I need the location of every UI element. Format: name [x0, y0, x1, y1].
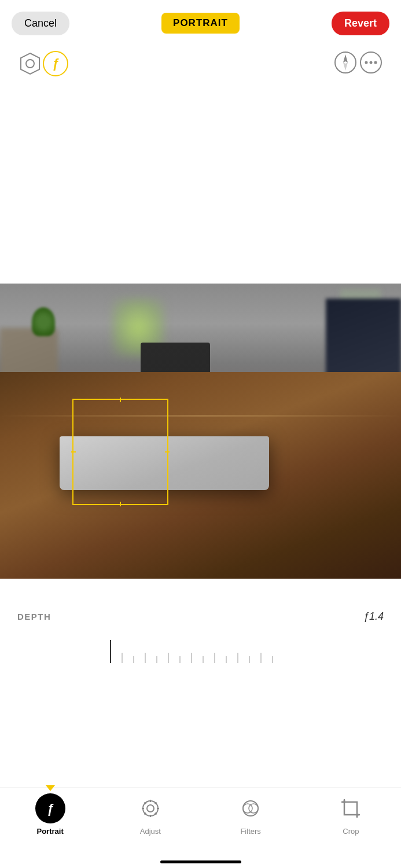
tick-2 — [133, 656, 134, 663]
tab-crop[interactable]: Crop — [336, 793, 366, 836]
tick-active — [110, 640, 111, 663]
tab-adjust-label: Adjust — [140, 827, 161, 836]
svg-point-8 — [374, 61, 377, 64]
svg-marker-4 — [343, 62, 348, 71]
depth-label: DEPTH — [17, 612, 51, 621]
tick-1 — [122, 653, 123, 663]
depth-area: DEPTH ƒ1.4 — [0, 593, 401, 755]
tick-6 — [179, 656, 181, 663]
crop-icon — [341, 799, 360, 818]
focus-box[interactable] — [72, 399, 168, 505]
tab-portrait-icon-wrap: ƒ — [35, 793, 65, 823]
svg-point-20 — [243, 801, 258, 816]
svg-point-6 — [365, 61, 368, 64]
tab-portrait[interactable]: ƒ Portrait — [35, 793, 65, 836]
tick-11 — [237, 653, 238, 663]
portrait-icon: ƒ — [42, 800, 58, 816]
f-portrait-icon[interactable]: ƒ — [43, 51, 68, 76]
tab-filters[interactable]: Filters — [236, 793, 266, 836]
tick-7 — [191, 653, 192, 663]
tab-filters-label: Filters — [240, 827, 260, 836]
svg-marker-3 — [343, 54, 348, 62]
tab-crop-icon-wrap — [336, 793, 366, 823]
svg-point-1 — [26, 60, 34, 68]
svg-marker-0 — [21, 53, 39, 74]
more-options-icon[interactable] — [358, 50, 384, 78]
photo-area — [0, 284, 401, 579]
bg-plant — [32, 307, 55, 336]
focus-box-left-handle — [71, 451, 76, 453]
photo-scene — [0, 284, 401, 579]
filters-icon — [241, 799, 260, 818]
tick-4 — [156, 656, 157, 663]
f-symbol: ƒ — [52, 56, 59, 71]
adjust-icon — [141, 799, 160, 818]
tick-10 — [226, 656, 227, 663]
tab-filters-icon-wrap — [236, 793, 266, 823]
tick-9 — [214, 653, 215, 663]
tick-12 — [249, 656, 250, 663]
svg-point-7 — [370, 61, 373, 64]
tick-3 — [145, 653, 146, 663]
svg-point-21 — [243, 804, 252, 813]
portrait-badge: PORTRAIT — [161, 13, 240, 34]
svg-point-22 — [249, 804, 258, 813]
lens-icon[interactable] — [17, 51, 43, 76]
svg-text:ƒ: ƒ — [47, 801, 54, 816]
tab-crop-label: Crop — [343, 827, 359, 836]
tab-portrait-label: Portrait — [37, 827, 64, 836]
home-indicator — [160, 860, 241, 863]
depth-value: ƒ1.4 — [363, 610, 384, 623]
navigation-icon[interactable] — [333, 50, 358, 78]
depth-row: DEPTH ƒ1.4 — [17, 610, 384, 623]
tick-13 — [260, 653, 262, 663]
ruler-ticks — [17, 640, 273, 663]
tick-5 — [168, 653, 169, 663]
tab-adjust-icon-wrap — [135, 793, 165, 823]
icon-bar: ƒ — [0, 46, 401, 81]
svg-point-11 — [147, 805, 154, 812]
tick-14 — [272, 656, 273, 663]
tab-adjust[interactable]: Adjust — [135, 793, 165, 836]
tab-portrait-indicator — [46, 785, 55, 791]
top-bar: Cancel PORTRAIT Revert — [0, 0, 401, 46]
depth-slider[interactable] — [17, 634, 384, 669]
revert-button[interactable]: Revert — [332, 12, 389, 35]
focus-box-right-handle — [165, 451, 170, 453]
cancel-button[interactable]: Cancel — [12, 12, 69, 35]
tick-8 — [203, 656, 204, 663]
tab-bar: ƒ Portrait Adjust — [0, 787, 401, 845]
